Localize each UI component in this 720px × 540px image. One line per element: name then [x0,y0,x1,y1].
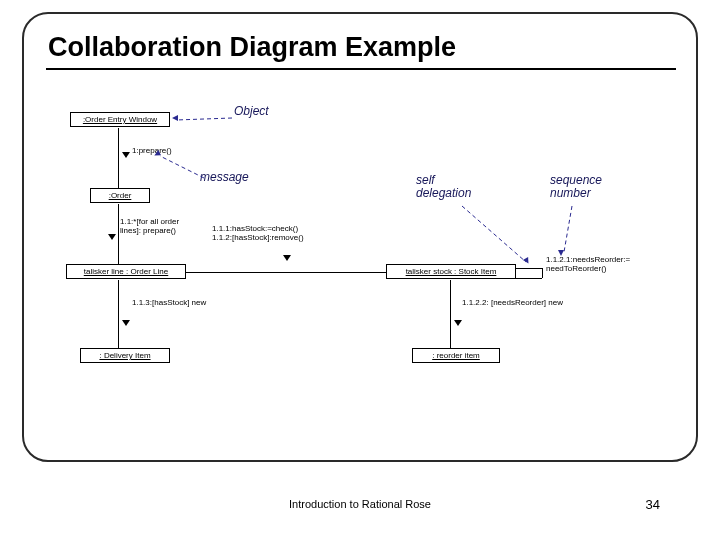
msg-check-remove: 1.1.1:hasStock:=check() 1.1.2:[hasStock]… [212,224,304,242]
object-delivery-item: : Delivery Item [80,348,170,363]
arrowhead-delivery [122,320,130,326]
arrowhead-forall [108,234,116,240]
svg-line-3 [564,206,572,252]
object-order: :Order [90,188,150,203]
link-check-remove [186,272,386,273]
dashed-arrow-seqnum [562,204,582,254]
self-loop-bottom [516,278,542,279]
object-order-entry-window: :Order Entry Window [70,112,170,127]
link-reorder [450,280,451,348]
msg-forall: 1.1:*[for all order lines]: prepare() [120,218,179,236]
arrowhead-seqnum [558,250,564,256]
dashed-arrow-message [156,154,206,180]
svg-line-1 [160,156,204,178]
callout-message: message [200,170,249,184]
arrowhead-check [283,255,291,261]
title-underline [46,68,676,70]
callout-self-delegation: self delegation [416,174,471,200]
self-loop-top [516,268,542,269]
msg-new-reorder: 1.1.2.2: [needsReorder] new [462,298,563,307]
link-delivery [118,280,119,348]
object-reorder-item: : reorder item [412,348,500,363]
svg-line-2 [462,206,526,262]
link-forall [118,204,119,264]
link-prepare [118,128,119,188]
dashed-arrow-object [172,116,232,124]
msg-new-delivery: 1.1.3:[hasStock] new [132,298,206,307]
object-order-line: talisker line : Order Line [66,264,186,279]
page-number: 34 [646,497,660,512]
arrowhead-object [172,115,178,121]
footer-text: Introduction to Rational Rose [0,498,720,510]
dashed-arrow-selfdel [460,204,530,264]
svg-line-0 [176,118,232,120]
collaboration-diagram: :Order Entry Window Object 1:prepare() m… [60,98,660,428]
callout-sequence-number: sequence number [550,174,602,200]
self-loop-right [542,268,543,278]
object-stock-item: talisker stock : Stock Item [386,264,516,279]
arrowhead-reorder [454,320,462,326]
callout-object: Object [234,104,269,118]
slide-title: Collaboration Diagram Example [48,32,456,63]
arrowhead-prepare [122,152,130,158]
msg-needs-reorder: 1.1.2.1:needsReorder:= needToReorder() [546,256,630,274]
